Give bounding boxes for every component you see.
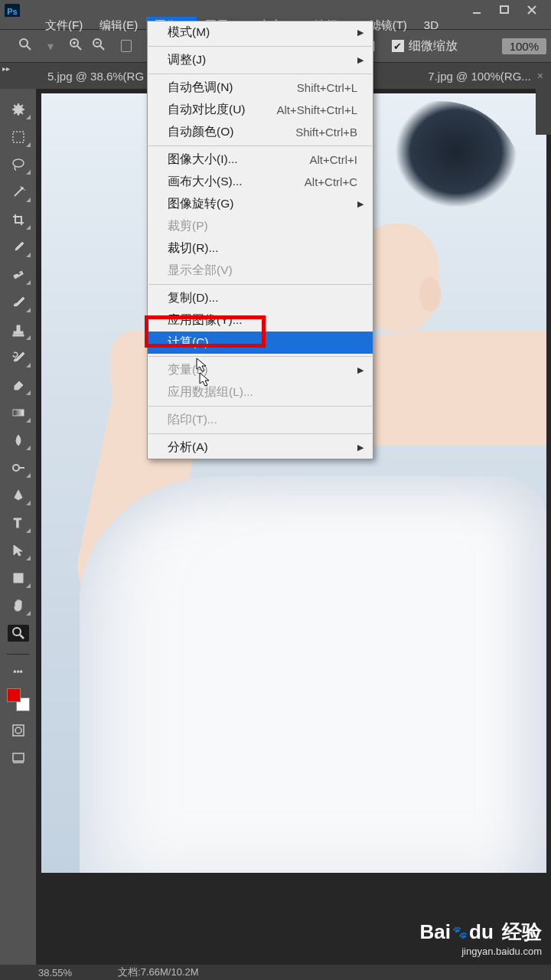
menu-3d[interactable]: 3D [416,17,447,33]
watermark-url: jingyan.baidu.com [420,946,542,957]
gradient-tool[interactable] [8,404,29,421]
menu-item[interactable]: 复制(D)... [148,287,373,309]
heal-tool[interactable] [8,266,29,283]
type-tool[interactable]: T [8,514,29,531]
menu-item-label: 陷印(T)... [168,412,357,428]
submenu-arrow-icon: ▶ [357,443,364,452]
menu-item[interactable]: 图像旋转(G)▶ [148,193,373,215]
watermark-brand-c: 经验 [502,919,542,946]
image-ear [419,277,441,312]
toolbar-expand-icon[interactable]: ▸▸ [2,64,10,75]
status-docsize[interactable]: 文档:7.66M/10.2M [118,965,199,979]
history-brush-tool[interactable] [8,349,29,366]
svg-rect-15 [13,132,24,142]
menu-item-label: 画布大小(S)... [168,174,305,190]
submenu-arrow-icon: ▶ [357,365,364,375]
menu-item[interactable]: 自动颜色(O)Shift+Ctrl+B [148,121,373,143]
menu-item: 裁剪(P) [148,215,373,237]
zoom-buttons-group [69,38,106,54]
menu-item[interactable]: 应用图像(Y)... [148,309,373,332]
menu-item[interactable]: 画布大小(S)...Alt+Ctrl+C [148,171,373,193]
svg-line-7 [77,46,81,50]
marquee-tool[interactable] [8,129,29,145]
dodge-tool[interactable] [8,459,29,476]
menu-item-label: 复制(D)... [168,290,357,306]
menu-item-label: 分析(A) [168,439,357,456]
menu-item-label: 自动色调(N) [168,80,297,96]
shape-tool[interactable] [8,570,29,586]
right-panel-strip[interactable] [536,89,551,135]
menu-item-label: 模式(M) [168,24,357,41]
menu-item[interactable]: 自动色调(N)Shift+Ctrl+L [148,77,373,99]
menu-item[interactable]: 调整(J)▶ [148,49,373,71]
menu-item-shortcut: Shift+Ctrl+B [295,126,357,139]
screenmode-tool[interactable] [8,750,29,766]
menu-item-label: 调整(J) [168,52,357,68]
fit-button[interactable] [121,40,132,52]
menu-item-label: 计算(C)... [168,335,357,351]
zoom-value[interactable]: 100% [502,38,546,54]
menu-separator [148,74,372,74]
doc-tab-2[interactable]: 7.jpg @ 100%(RG... × [420,70,551,83]
eyedropper-tool[interactable] [8,239,29,256]
menu-item[interactable]: 裁切(R)... [148,237,373,260]
svg-line-14 [481,46,485,50]
menu-item-shortcut: Alt+Ctrl+C [305,175,357,188]
menu-item-label: 图像大小(I)... [168,152,309,168]
menu-separator [148,46,372,47]
color-swatches[interactable] [7,688,30,711]
eraser-tool[interactable] [8,377,29,394]
paw-icon: 🐾 [452,925,468,939]
tools-separator [7,654,28,655]
menu-separator [148,356,372,357]
mouse-cursor [196,358,210,373]
svg-rect-25 [14,332,23,334]
svg-rect-21 [13,271,22,278]
blur-tool[interactable] [8,432,29,449]
status-zoom[interactable]: 38.55% [38,967,72,978]
path-select-tool[interactable] [8,542,29,559]
stamp-tool[interactable] [8,322,29,338]
menu-separator [148,406,372,407]
pen-tool[interactable] [8,487,29,504]
zoom-in-icon[interactable] [69,38,83,54]
menu-item-label: 自动对比度(U) [168,102,277,118]
watermark-brand-a: Bai [420,920,451,944]
wand-tool[interactable] [8,184,29,201]
status-bar: 38.55% 文档:7.66M/10.2M [0,965,551,980]
menu-item[interactable]: 模式(M)▶ [148,21,373,44]
hand-tool[interactable] [8,597,29,614]
menu-file[interactable]: 文件(F) [37,17,91,34]
foreground-color-swatch[interactable] [7,688,21,702]
quickmask-tool[interactable] [8,722,29,739]
watermark: Bai🐾du 经验 jingyan.baidu.com [420,919,542,957]
menu-item[interactable]: 自动对比度(U)Alt+Shift+Ctrl+L [148,99,373,121]
move-tool[interactable] [8,101,29,118]
svg-rect-34 [13,725,24,736]
zoom-reset-icon[interactable] [473,38,487,54]
tools-more-icon[interactable]: ••• [13,667,23,678]
zoom-out-icon[interactable] [92,38,106,54]
lasso-tool[interactable] [8,156,29,173]
menu-item[interactable]: 计算(C)... [148,332,373,354]
tab-close-icon[interactable]: × [537,70,543,82]
zoom-tool[interactable] [8,625,29,642]
menu-separator [148,284,372,285]
menu-item[interactable]: 图像大小(I)...Alt+Ctrl+I [148,149,373,171]
svg-point-32 [13,628,21,635]
menu-edit[interactable]: 编辑(E) [91,17,146,34]
svg-line-11 [100,46,104,50]
svg-point-28 [13,465,19,471]
menu-item[interactable]: 分析(A)▶ [148,436,373,459]
doc-tab-1[interactable]: 5.jpg @ 38.6%(RG [40,70,152,83]
svg-rect-24 [17,325,20,332]
brush-tool[interactable] [8,294,29,311]
menu-item-shortcut: Shift+Ctrl+L [297,81,357,94]
check-icon: ✔ [392,40,404,52]
svg-text:T: T [14,517,21,530]
crop-tool[interactable] [8,211,29,228]
svg-point-16 [13,159,24,167]
scrubby-zoom-check[interactable]: ✔ 细微缩放 [392,38,458,54]
menu-item-shortcut: Alt+Shift+Ctrl+L [277,103,357,116]
tool-preset-icon[interactable] [18,38,32,54]
